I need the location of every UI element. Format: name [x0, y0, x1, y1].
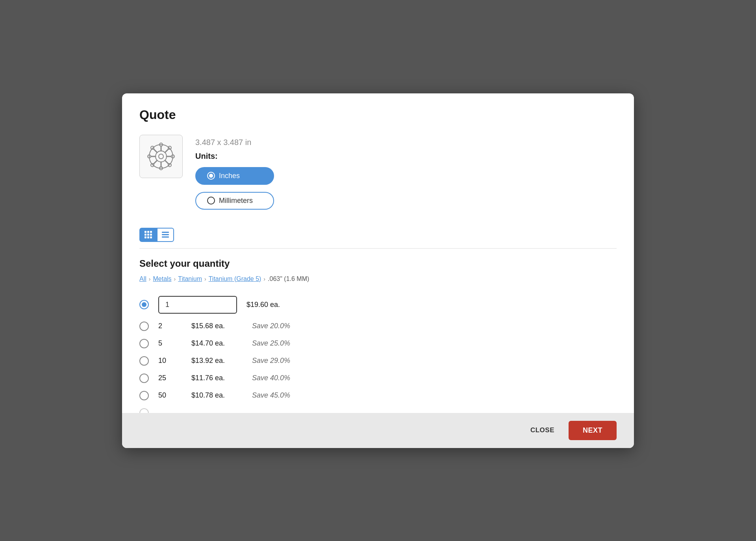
modal-body: Quote [122, 93, 634, 413]
grid-view-button[interactable] [139, 228, 157, 242]
breadcrumb-grade5[interactable]: Titanium (Grade 5) [209, 275, 261, 283]
list-icon [162, 232, 169, 238]
section-title: Select your quantity [139, 258, 617, 269]
quantity-row-5: 25 $11.76 ea. Save 40.0% [139, 370, 617, 387]
part-details: 3.487 x 3.487 in Units: Inches Millimete… [195, 135, 274, 214]
modal-footer: CLOSE NEXT [122, 413, 634, 448]
qty-radio-6[interactable] [139, 391, 149, 400]
qty-save-6: Save 45.0% [252, 391, 290, 400]
part-dimensions: 3.487 x 3.487 in [195, 138, 274, 147]
breadcrumb-current: .063" (1.6 MM) [268, 275, 309, 283]
radio-inches-icon [207, 172, 215, 180]
qty-price-6: $10.78 ea. [191, 391, 243, 400]
qty-number-3: 5 [158, 339, 182, 348]
breadcrumb-all[interactable]: All [139, 275, 146, 283]
breadcrumb-sep-1: › [149, 276, 151, 282]
qty-radio-2[interactable] [139, 322, 149, 331]
qty-price-4: $13.92 ea. [191, 357, 243, 365]
next-button[interactable]: NEXT [569, 421, 617, 440]
modal-title: Quote [139, 108, 617, 122]
svg-point-2 [159, 154, 163, 159]
breadcrumb-sep-4: › [263, 276, 265, 282]
qty-radio-3[interactable] [139, 339, 149, 348]
qty-price-1: $19.60 ea. [246, 301, 298, 309]
quantity-list: $19.60 ea. 2 $15.68 ea. Save 20.0% 5 $14… [139, 292, 617, 413]
unit-millimeters-option[interactable]: Millimeters [195, 192, 274, 210]
quantity-row-2: 2 $15.68 ea. Save 20.0% [139, 318, 617, 335]
breadcrumb-sep-3: › [204, 276, 206, 282]
qty-number-2: 2 [158, 322, 182, 330]
qty-number-6: 50 [158, 391, 182, 400]
list-view-button[interactable] [157, 228, 174, 242]
qty-price-2: $15.68 ea. [191, 322, 243, 330]
quantity-row-1: $19.60 ea. [139, 292, 617, 318]
svg-line-8 [165, 160, 169, 164]
quantity-row-3: 5 $14.70 ea. Save 25.0% [139, 335, 617, 352]
qty-price-3: $14.70 ea. [191, 339, 243, 348]
part-info: 3.487 x 3.487 in Units: Inches Millimete… [139, 135, 617, 214]
qty-number-4: 10 [158, 357, 182, 365]
part-thumbnail [139, 135, 183, 178]
part-image [145, 141, 177, 172]
divider [139, 248, 617, 249]
breadcrumb: All › Metals › Titanium › Titanium (Grad… [139, 275, 617, 283]
qty-radio-5[interactable] [139, 374, 149, 383]
quantity-row-4: 10 $13.92 ea. Save 29.0% [139, 352, 617, 370]
qty-save-3: Save 25.0% [252, 339, 290, 348]
grid-icon [145, 231, 152, 238]
svg-line-10 [154, 160, 157, 164]
qty-radio-partial[interactable] [139, 408, 149, 413]
breadcrumb-sep-2: › [174, 276, 176, 282]
qty-save-4: Save 29.0% [252, 357, 290, 365]
qty-price-5: $11.76 ea. [191, 374, 243, 382]
quantity-row-partial [139, 404, 617, 413]
qty-save-5: Save 40.0% [252, 374, 290, 382]
qty-radio-4[interactable] [139, 356, 149, 366]
unit-inches-option[interactable]: Inches [195, 167, 274, 185]
close-button[interactable]: CLOSE [523, 422, 562, 439]
svg-line-7 [154, 149, 157, 152]
view-toggle [139, 228, 617, 242]
breadcrumb-metals[interactable]: Metals [153, 275, 171, 283]
qty-save-2: Save 20.0% [252, 322, 290, 330]
radio-mm-icon [207, 197, 215, 205]
quote-modal: Quote [122, 93, 634, 448]
unit-mm-label: Millimeters [219, 197, 253, 205]
breadcrumb-titanium[interactable]: Titanium [178, 275, 202, 283]
qty-input-field[interactable] [158, 296, 237, 314]
unit-inches-label: Inches [219, 172, 240, 180]
quantity-row-6: 50 $10.78 ea. Save 45.0% [139, 387, 617, 404]
svg-line-9 [165, 149, 169, 152]
qty-radio-1[interactable] [139, 300, 149, 309]
qty-number-5: 25 [158, 374, 182, 382]
units-label: Units: [195, 152, 274, 161]
